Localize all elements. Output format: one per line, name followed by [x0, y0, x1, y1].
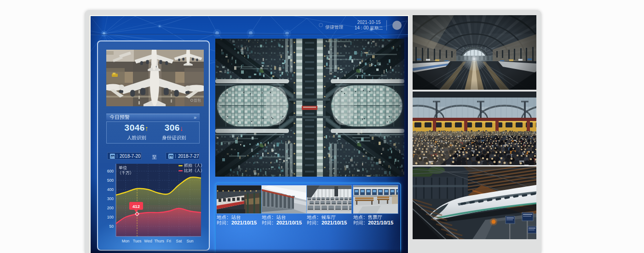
svg-text:600: 600 — [107, 169, 114, 173]
svg-text:200: 200 — [107, 206, 114, 210]
svg-text:Mon: Mon — [122, 239, 130, 243]
svg-text:Fri: Fri — [167, 239, 171, 243]
svg-text:Tues: Tues — [133, 239, 142, 243]
svg-text:Sun: Sun — [186, 239, 193, 243]
svg-text:500: 500 — [107, 178, 114, 183]
svg-text:412: 412 — [132, 204, 140, 209]
svg-text:Sat: Sat — [176, 239, 182, 243]
svg-text:100: 100 — [107, 215, 114, 219]
svg-text:50: 50 — [109, 224, 114, 229]
svg-text:400: 400 — [107, 187, 114, 192]
svg-text:Thurs: Thurs — [154, 239, 164, 243]
svg-text:300: 300 — [107, 196, 114, 201]
svg-text:Wed: Wed — [144, 239, 152, 243]
